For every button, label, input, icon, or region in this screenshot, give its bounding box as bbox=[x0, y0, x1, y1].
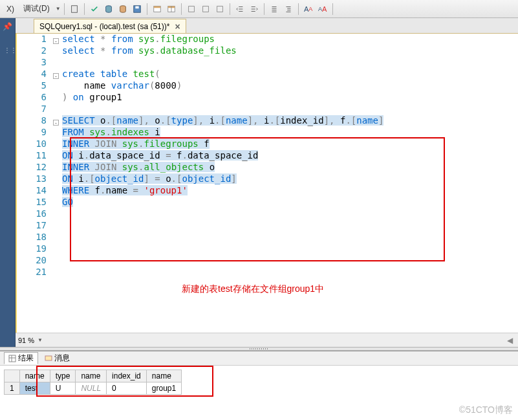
col-name3[interactable]: name bbox=[146, 370, 181, 382]
code-line[interactable] bbox=[62, 208, 383, 220]
fold-toggle[interactable]: - bbox=[53, 38, 59, 44]
results-tab-label: 结果 bbox=[18, 353, 34, 364]
results-panel: 结果 消息 name type name index_id name 1 tes… bbox=[0, 351, 518, 406]
table-icon-1[interactable] bbox=[151, 3, 164, 16]
code-line[interactable]: select * from sys.filegroups bbox=[62, 34, 383, 45]
code-line[interactable] bbox=[62, 255, 383, 267]
chevron-down-icon[interactable]: ▼ bbox=[38, 337, 43, 343]
zoom-value[interactable]: 91 % bbox=[18, 337, 34, 344]
left-dock: 📌 ⋮⋮ bbox=[0, 18, 16, 347]
code-line[interactable]: INNER JOIN sys.all_objects o bbox=[62, 162, 383, 173]
code-line[interactable]: WHERE f.name = 'group1' bbox=[62, 185, 383, 197]
watermark: ©51CTO博客 bbox=[459, 404, 513, 416]
code-line[interactable]: name varchar(8000) bbox=[62, 80, 383, 92]
new-query-icon[interactable] bbox=[68, 3, 81, 16]
indent-icon[interactable] bbox=[282, 3, 295, 16]
tab-title: SQLQuery1.sql - (local).test (sa (51))* bbox=[39, 22, 169, 31]
code-line[interactable]: ON i.data_space_id = f.data_space_id bbox=[62, 150, 383, 162]
cell-type[interactable]: U bbox=[50, 382, 76, 395]
col-type[interactable]: type bbox=[50, 370, 76, 382]
font-icon-1[interactable]: AA bbox=[302, 3, 315, 16]
db-icon-1[interactable] bbox=[102, 3, 115, 16]
menu-debug[interactable]: 调试(D) bbox=[19, 3, 54, 14]
annotation-text: 新建的表test存储在文件组group1中 bbox=[182, 283, 324, 295]
messages-tab[interactable]: 消息 bbox=[41, 353, 74, 364]
cell-indexid[interactable]: 0 bbox=[107, 382, 147, 395]
col-rownum[interactable] bbox=[5, 370, 20, 382]
menu-x[interactable]: X) bbox=[3, 5, 18, 14]
close-icon[interactable]: × bbox=[175, 22, 180, 31]
code-line[interactable] bbox=[62, 104, 383, 115]
results-grid[interactable]: name type name index_id name 1 test U NU… bbox=[4, 370, 182, 395]
code-line[interactable] bbox=[62, 57, 383, 69]
indent-right-icon[interactable] bbox=[248, 3, 261, 16]
code-line[interactable]: SELECT o.[name], o.[type], i.[name], i.[… bbox=[62, 115, 383, 127]
messages-tab-label: 消息 bbox=[54, 353, 70, 364]
svg-rect-16 bbox=[45, 356, 52, 360]
fold-toggle[interactable]: - bbox=[53, 120, 59, 126]
svg-rect-11 bbox=[202, 6, 208, 12]
main-toolbar: X) 调试(D) ▼ AA AA bbox=[0, 0, 518, 18]
misc-icon-1[interactable] bbox=[185, 3, 198, 16]
cell-name1[interactable]: test bbox=[19, 382, 50, 395]
misc-icon-2[interactable] bbox=[199, 3, 212, 16]
misc-icon-3[interactable] bbox=[213, 3, 226, 16]
code-line[interactable]: select * from sys.database_files bbox=[62, 45, 383, 57]
message-icon bbox=[45, 355, 52, 362]
indent-left-icon[interactable] bbox=[233, 3, 246, 16]
zoom-bar: 91 % ▼ ◀ bbox=[16, 333, 518, 347]
svg-rect-4 bbox=[135, 6, 138, 8]
pin-icon[interactable]: 📌 bbox=[3, 22, 12, 31]
grid-row[interactable]: 1 test U NULL 0 group1 bbox=[5, 382, 182, 395]
svg-rect-13 bbox=[9, 355, 16, 362]
code-line[interactable] bbox=[62, 243, 383, 255]
drag-handle-icon[interactable]: ⋮⋮ bbox=[4, 47, 17, 54]
table-icon-2[interactable] bbox=[165, 3, 178, 16]
font-icon-2[interactable]: AA bbox=[316, 3, 329, 16]
file-tab[interactable]: SQLQuery1.sql - (local).test (sa (51))* … bbox=[34, 19, 186, 33]
cell-rownum: 1 bbox=[5, 382, 20, 395]
cell-name2[interactable]: NULL bbox=[76, 382, 107, 395]
db-icon-2[interactable] bbox=[116, 3, 129, 16]
svg-rect-6 bbox=[153, 6, 160, 8]
code-line[interactable] bbox=[62, 232, 383, 243]
code-line[interactable]: FROM sys.indexes i bbox=[62, 127, 383, 138]
code-line[interactable]: create table test( bbox=[62, 69, 383, 80]
code-line[interactable]: GO bbox=[62, 197, 383, 208]
code-line[interactable]: ON i.[object_id] = o.[object_id] bbox=[62, 173, 383, 185]
chevron-left-icon[interactable]: ◀ bbox=[507, 336, 513, 345]
chevron-down-icon[interactable]: ▼ bbox=[56, 6, 61, 12]
code-line[interactable] bbox=[62, 220, 383, 232]
code-line[interactable]: ) on group1 bbox=[62, 92, 383, 104]
outdent-icon[interactable] bbox=[268, 3, 281, 16]
grid-icon bbox=[8, 355, 16, 362]
svg-rect-12 bbox=[217, 6, 222, 12]
code-line[interactable] bbox=[62, 267, 383, 278]
results-tab[interactable]: 结果 bbox=[4, 352, 38, 364]
svg-rect-0 bbox=[71, 5, 77, 12]
editor-tab-bar: SQLQuery1.sql - (local).test (sa (51))* … bbox=[16, 18, 518, 34]
cell-name3[interactable]: group1 bbox=[146, 382, 181, 395]
save-icon[interactable] bbox=[131, 3, 144, 16]
col-name1[interactable]: name bbox=[19, 370, 50, 382]
fold-toggle[interactable]: - bbox=[53, 73, 59, 79]
check-icon[interactable] bbox=[88, 3, 101, 16]
grid-header-row: name type name index_id name bbox=[5, 370, 182, 382]
code-editor[interactable]: 123456789101112131415161718192021 --- se… bbox=[16, 34, 518, 333]
col-name2[interactable]: name bbox=[76, 370, 107, 382]
col-indexid[interactable]: index_id bbox=[107, 370, 147, 382]
svg-rect-10 bbox=[188, 6, 194, 12]
code-line[interactable]: INNER JOIN sys.filegroups f bbox=[62, 138, 383, 150]
